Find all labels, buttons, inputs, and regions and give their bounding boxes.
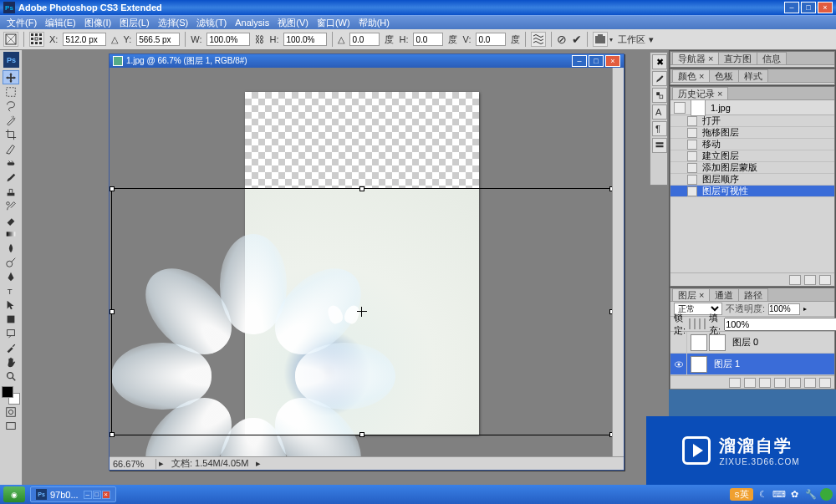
tab-navigator[interactable]: 导航器 × (672, 52, 719, 64)
foreground-color-swatch[interactable] (2, 386, 13, 398)
new-group-icon[interactable] (789, 378, 801, 388)
reference-point-icon[interactable] (29, 32, 44, 47)
layer-thumbnail[interactable] (691, 334, 707, 351)
tab-paths[interactable]: 路径 (738, 288, 768, 301)
history-step[interactable]: 建立图层 (670, 150, 834, 162)
history-step[interactable]: 图层顺序 (670, 174, 834, 186)
dock-clone-source-icon[interactable] (652, 88, 667, 103)
eyedropper-tool[interactable] (3, 340, 19, 354)
opacity-chevron-icon[interactable]: ▸ (803, 305, 807, 313)
history-step[interactable]: 拖移图层 (670, 127, 834, 139)
menu-help[interactable]: 帮助(H) (355, 16, 393, 30)
tab-styles[interactable]: 样式 (738, 69, 768, 82)
menu-edit[interactable]: 编辑(E) (42, 16, 79, 30)
transform-handle-bottom-left[interactable] (110, 432, 115, 437)
crop-tool[interactable] (3, 127, 19, 141)
menu-select[interactable]: 选择(S) (155, 16, 192, 30)
menu-file[interactable]: 文件(F) (3, 16, 40, 30)
layer-name[interactable]: 图层 0 (729, 336, 758, 349)
link-wh-icon[interactable]: ⛓ (255, 34, 264, 44)
lock-all-icon[interactable] (704, 318, 706, 329)
pen-tool[interactable] (3, 269, 19, 283)
commit-transform-button[interactable]: ✔ (572, 33, 582, 46)
history-snapshot-new-icon[interactable] (804, 275, 816, 285)
opacity-input[interactable] (768, 303, 800, 315)
new-layer-icon[interactable] (804, 378, 816, 388)
layer-row[interactable]: 图层 0 (670, 332, 834, 354)
move-tool[interactable] (3, 70, 19, 84)
transform-center-point[interactable] (357, 307, 367, 317)
eraser-tool[interactable] (3, 212, 19, 227)
history-step[interactable]: 打开 (670, 115, 834, 127)
lock-pixels-icon[interactable] (694, 318, 696, 329)
layer-row[interactable]: 图层 1 (670, 354, 834, 375)
document-titlebar[interactable]: 1.jpg @ 66.7% (图层 1, RGB/8#) – □ × (110, 54, 624, 68)
link-layers-icon[interactable] (729, 378, 741, 388)
foreground-background-swatch[interactable] (2, 386, 20, 405)
type-tool[interactable]: T (3, 283, 19, 298)
layer-visibility-toggle[interactable] (670, 354, 687, 375)
slice-tool[interactable] (3, 141, 19, 155)
zoom-level[interactable]: 66.67% (110, 459, 156, 469)
taskbar-app-close-icon[interactable]: × (102, 491, 110, 499)
history-step[interactable]: 移动 (670, 139, 834, 150)
doc-maximize-button[interactable]: □ (589, 55, 604, 67)
h-value-input[interactable] (283, 33, 327, 46)
taskbar-app-min-icon[interactable]: – (84, 491, 92, 499)
tab-histogram[interactable]: 直方图 (718, 52, 757, 64)
gradient-tool[interactable] (3, 227, 19, 241)
document-info[interactable]: 文档: 1.54M/4.05M (166, 457, 253, 470)
layer-style-icon[interactable] (744, 378, 756, 388)
document-canvas-viewport[interactable] (110, 68, 612, 456)
taskbar-app-max-icon[interactable]: □ (93, 491, 101, 499)
window-maximize-button[interactable]: □ (801, 2, 816, 13)
layer-visibility-toggle[interactable] (670, 332, 687, 354)
brush-tool[interactable] (3, 170, 19, 184)
dock-character-icon[interactable]: A (652, 104, 667, 120)
history-source-row[interactable]: 1.jpg (670, 100, 834, 115)
workspace-menu[interactable]: 工作区 ▾ (618, 33, 653, 46)
go-to-bridge-icon[interactable] (593, 32, 608, 47)
w-value-input[interactable] (206, 33, 250, 46)
transform-tool-icon[interactable] (3, 32, 18, 47)
transform-handle-bottom-middle[interactable] (359, 432, 364, 437)
layer-thumbnail[interactable] (709, 334, 726, 351)
angle-value-input[interactable] (349, 33, 380, 46)
window-close-button[interactable]: × (818, 2, 833, 13)
doc-minimize-button[interactable]: – (572, 55, 587, 67)
tray-keyboard-icon[interactable]: ⌨ (772, 488, 785, 501)
transform-handle-left-middle[interactable] (110, 309, 115, 314)
history-new-doc-icon[interactable] (789, 275, 801, 285)
window-minimize-button[interactable]: – (784, 2, 799, 13)
layer-mask-icon[interactable] (759, 378, 771, 388)
start-button[interactable]: ◉ (3, 486, 25, 502)
screen-mode-toggle[interactable] (3, 419, 19, 433)
lock-position-icon[interactable] (699, 318, 701, 329)
healing-brush-tool[interactable] (3, 155, 19, 170)
menu-layer[interactable]: 图层(L) (116, 16, 152, 30)
dock-layer-comps-icon[interactable] (652, 138, 667, 153)
quick-mask-toggle[interactable] (3, 405, 19, 419)
tray-volume-icon[interactable] (820, 488, 833, 501)
tab-history[interactable]: 历史记录 × (672, 87, 728, 99)
magic-wand-tool[interactable] (3, 113, 19, 127)
skew-h-value-input[interactable] (413, 33, 443, 46)
lasso-tool[interactable] (3, 99, 19, 113)
history-snapshot-icon[interactable] (674, 102, 686, 114)
tray-wrench-icon[interactable]: 🔧 (804, 488, 817, 501)
blur-tool[interactable] (3, 241, 19, 255)
menu-filter[interactable]: 滤镜(T) (193, 16, 230, 30)
transform-handle-top-middle[interactable] (359, 186, 364, 191)
history-step[interactable]: 添加图层蒙版 (670, 162, 834, 174)
y-value-input[interactable] (136, 33, 180, 46)
tab-swatches[interactable]: 色板 (709, 69, 739, 82)
tray-moon-icon[interactable]: ☾ (757, 488, 769, 501)
tab-channels[interactable]: 通道 (709, 288, 739, 301)
x-value-input[interactable] (63, 33, 106, 46)
layer-thumbnail[interactable] (691, 356, 707, 373)
notes-tool[interactable] (3, 326, 19, 340)
history-delete-icon[interactable] (819, 275, 831, 285)
dock-brushes-icon[interactable] (652, 71, 667, 86)
free-transform-bounding-box[interactable] (111, 188, 612, 435)
tray-ime-icon[interactable]: S英 (730, 488, 753, 501)
